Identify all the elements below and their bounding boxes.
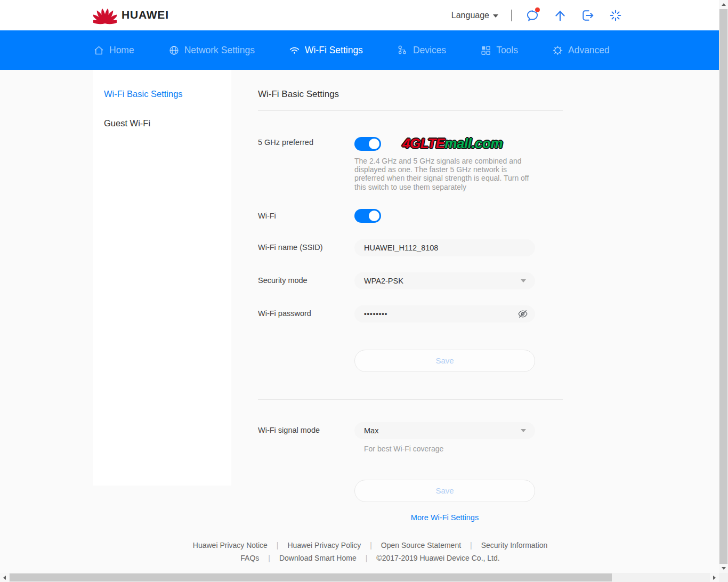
nav-tab-tools[interactable]: Tools: [480, 45, 518, 56]
huawei-logo: HUAWEI: [93, 5, 169, 25]
horizontal-scroll-thumb[interactable]: [10, 573, 612, 581]
logout-button[interactable]: [581, 9, 595, 22]
nav-tab-network-settings[interactable]: Network Settings: [168, 45, 255, 56]
footer-link-open-source[interactable]: Open Source Statement: [381, 541, 461, 549]
wifi-icon: [289, 45, 300, 56]
footer-link-download-smart-home[interactable]: Download Smart Home: [279, 554, 357, 562]
scroll-down-button[interactable]: [719, 564, 728, 573]
field-label: Wi-Fi name (SSID): [258, 239, 354, 256]
main-panel: Wi-Fi Basic Settings 5 GHz preferred 4GL…: [258, 70, 563, 522]
nav-label: Devices: [413, 45, 446, 56]
signal-mode-value: Max: [364, 426, 378, 435]
horizontal-scrollbar[interactable]: [0, 573, 719, 582]
page-title: Wi-Fi Basic Settings: [258, 89, 563, 100]
nav-tab-devices[interactable]: Devices: [397, 45, 446, 56]
5ghz-preferred-toggle[interactable]: [354, 137, 381, 151]
row-5ghz-preferred: 5 GHz preferred 4GLTEmall.com The 2.4 GH…: [258, 135, 563, 191]
footer-link-privacy-notice[interactable]: Huawei Privacy Notice: [193, 541, 268, 549]
triangle-left-icon: [3, 576, 6, 580]
language-dropdown[interactable]: Language: [451, 11, 498, 20]
toggle-knob: [369, 211, 379, 221]
triangle-up-icon: [722, 3, 726, 6]
sidebar-item-wifi-basic-settings[interactable]: Wi-Fi Basic Settings: [93, 89, 231, 99]
copyright-text: ©2017-2019 Huawei Device Co., Ltd.: [376, 554, 499, 562]
chevron-down-icon: [493, 14, 498, 18]
scrollbar-corner: [719, 573, 728, 582]
chevron-down-icon: [521, 429, 526, 432]
watermark-right: mall.com: [444, 135, 503, 151]
header: HUAWEI Language: [0, 0, 728, 30]
globe-icon: [168, 45, 180, 56]
main-nav: Home Network Settings Wi-Fi Settings Dev…: [0, 30, 728, 70]
header-divider: [511, 10, 512, 21]
footer: Huawei Privacy Notice|Huawei Privacy Pol…: [21, 541, 719, 562]
footer-separator: |: [370, 541, 372, 549]
devices-icon: [397, 45, 408, 56]
row-save-2: Save: [258, 480, 563, 502]
nav-tab-home[interactable]: Home: [93, 45, 134, 56]
row-security-mode: Security mode WPA2-PSK: [258, 272, 563, 289]
nav-label: Advanced: [568, 45, 610, 56]
wifi-password-input[interactable]: [354, 305, 535, 322]
ssid-input[interactable]: [354, 239, 535, 256]
huawei-flower-icon: [93, 5, 117, 25]
tools-icon: [480, 45, 491, 56]
field-label: Wi-Fi: [258, 209, 354, 223]
eye-off-icon: [517, 309, 528, 319]
update-button[interactable]: [553, 9, 567, 22]
scroll-left-button[interactable]: [0, 573, 9, 582]
vertical-scrollbar[interactable]: [719, 0, 728, 573]
footer-separator: |: [268, 554, 270, 562]
save-button-signal[interactable]: Save: [354, 480, 535, 502]
security-mode-value: WPA2-PSK: [364, 277, 403, 285]
field-label: 5 GHz preferred: [258, 135, 354, 191]
field-label: Wi-Fi signal mode: [258, 422, 354, 453]
more-wifi-settings-link[interactable]: More Wi-Fi Settings: [354, 513, 535, 522]
footer-link-security-info[interactable]: Security Information: [481, 541, 548, 549]
footer-separator: |: [470, 541, 472, 549]
signal-mode-hint: For best Wi-Fi coverage: [354, 444, 563, 453]
footer-link-privacy-policy[interactable]: Huawei Privacy Policy: [288, 541, 361, 549]
notification-dot: [535, 7, 540, 12]
row-wifi: Wi-Fi: [258, 209, 563, 223]
brand-wordmark: HUAWEI: [122, 9, 169, 21]
chevron-down-icon: [521, 279, 526, 282]
toggle-knob: [369, 139, 379, 149]
section-divider: [258, 399, 563, 400]
logout-icon: [581, 9, 595, 22]
nav-tab-advanced[interactable]: Advanced: [552, 45, 610, 56]
nav-tab-wifi-settings[interactable]: Wi-Fi Settings: [289, 45, 363, 56]
triangle-right-icon: [713, 576, 716, 580]
footer-link-faqs[interactable]: FAQs: [240, 554, 259, 562]
scroll-right-button[interactable]: [710, 573, 719, 582]
row-wifi-password: Wi-Fi password: [258, 305, 563, 322]
footer-separator: |: [277, 541, 279, 549]
watermark: 4GLTEmall.com: [402, 135, 503, 152]
field-label: Wi-Fi password: [258, 305, 354, 322]
save-button[interactable]: Save: [354, 350, 535, 372]
sidebar-item-guest-wifi[interactable]: Guest Wi-Fi: [93, 118, 231, 128]
field-label: Security mode: [258, 272, 354, 289]
row-ssid: Wi-Fi name (SSID): [258, 239, 563, 256]
security-mode-select[interactable]: WPA2-PSK: [354, 272, 535, 289]
triangle-down-icon: [722, 567, 726, 570]
nav-label: Network Settings: [184, 45, 255, 56]
home-icon: [93, 45, 104, 56]
wifi-toggle[interactable]: [354, 209, 381, 223]
language-label: Language: [451, 11, 489, 20]
messages-button[interactable]: [525, 9, 539, 22]
refresh-button[interactable]: [609, 9, 622, 22]
signal-mode-select[interactable]: Max: [354, 422, 535, 439]
arrow-up-icon: [553, 9, 567, 22]
nav-label: Wi-Fi Settings: [305, 45, 363, 56]
password-visibility-button[interactable]: [517, 309, 528, 319]
footer-separator: |: [366, 554, 368, 562]
content-area: Wi-Fi Basic Settings Guest Wi-Fi Wi-Fi B…: [0, 70, 728, 582]
row-signal-mode: Wi-Fi signal mode Max For best Wi-Fi cov…: [258, 422, 563, 453]
sidebar: Wi-Fi Basic Settings Guest Wi-Fi: [93, 70, 231, 486]
nav-label: Tools: [496, 45, 518, 56]
section-divider: [258, 110, 563, 111]
vertical-scroll-thumb[interactable]: [719, 9, 727, 564]
scroll-up-button[interactable]: [719, 0, 728, 9]
nav-label: Home: [109, 45, 134, 56]
